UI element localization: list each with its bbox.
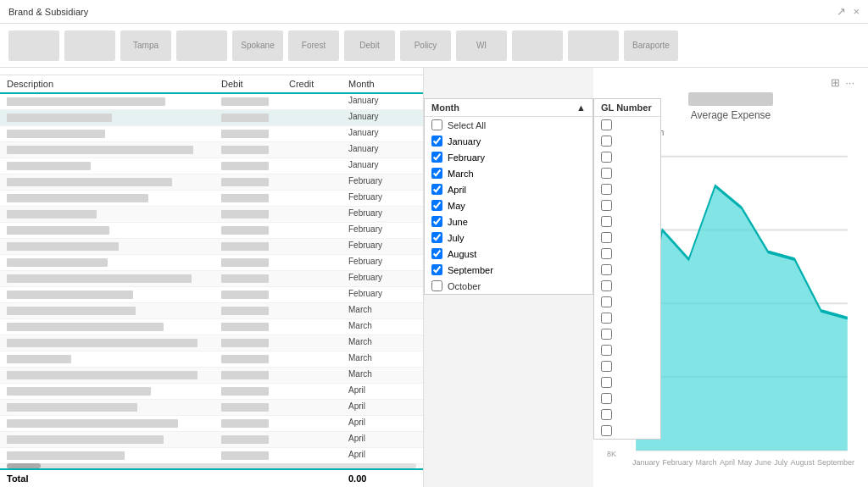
cell-description <box>7 176 221 188</box>
gl-item-18[interactable] <box>594 407 660 423</box>
x-axis: JanuaryFebruaryMarchAprilMayJuneJulyAugu… <box>632 458 854 479</box>
month-filter-item-january[interactable]: January <box>425 133 593 149</box>
gl-checkbox-10[interactable] <box>601 280 612 291</box>
filter-chip-9[interactable] <box>512 30 563 61</box>
gl-item-11[interactable] <box>594 294 660 310</box>
month-label-1: January <box>448 136 481 147</box>
gl-checkbox-4[interactable] <box>601 184 612 195</box>
month-filter-item-october[interactable]: October <box>425 278 593 294</box>
gl-checkbox-1[interactable] <box>601 136 612 147</box>
gl-checkbox-0[interactable] <box>601 119 612 130</box>
gl-item-10[interactable] <box>594 278 660 294</box>
gl-item-3[interactable] <box>594 165 660 181</box>
gl-checkbox-9[interactable] <box>601 264 612 275</box>
filter-chip-2[interactable]: Tampa <box>120 30 171 61</box>
x-label-january: January <box>632 458 659 467</box>
sort-icon[interactable]: ▲ <box>576 102 586 113</box>
gl-item-8[interactable] <box>594 246 660 262</box>
cell-description <box>7 321 221 333</box>
close-icon[interactable]: × <box>853 5 860 18</box>
gl-checkbox-3[interactable] <box>601 168 612 179</box>
filter-chip-5[interactable]: Forest <box>288 30 339 61</box>
gl-checkbox-14[interactable] <box>601 345 612 356</box>
gl-item-16[interactable] <box>594 374 660 390</box>
gl-item-13[interactable] <box>594 326 660 342</box>
month-checkbox-0[interactable] <box>431 119 442 130</box>
month-checkbox-9[interactable] <box>431 264 442 275</box>
month-checkbox-1[interactable] <box>431 136 442 147</box>
gl-checkbox-12[interactable] <box>601 313 612 324</box>
gl-checkbox-19[interactable] <box>601 425 612 436</box>
month-filter-item-february[interactable]: February <box>425 149 593 165</box>
table-row: March <box>0 351 423 368</box>
gl-checkbox-7[interactable] <box>601 232 612 243</box>
gl-item-7[interactable] <box>594 230 660 246</box>
cell-month: February <box>348 192 416 204</box>
expand-chart-icon[interactable]: ⊞ <box>831 76 840 89</box>
gl-checkbox-18[interactable] <box>601 409 612 420</box>
filter-chip-7[interactable]: Policy <box>400 30 451 61</box>
col-debit: Debit <box>221 79 289 89</box>
more-options-icon[interactable]: ··· <box>845 76 854 89</box>
gl-checkbox-11[interactable] <box>601 296 612 307</box>
filter-chip-4[interactable]: Spokane <box>232 30 283 61</box>
month-checkbox-5[interactable] <box>431 200 442 211</box>
gl-item-4[interactable] <box>594 181 660 197</box>
horizontal-scrollbar[interactable] <box>7 463 416 468</box>
cell-debit <box>221 112 289 124</box>
desc-redacted <box>7 97 165 106</box>
month-filter-item-june[interactable]: June <box>425 213 593 230</box>
filter-chip-3[interactable] <box>176 30 227 61</box>
filter-chip-11[interactable]: Baraporte <box>624 30 678 61</box>
gl-checkbox-15[interactable] <box>601 361 612 372</box>
month-checkbox-3[interactable] <box>431 168 442 179</box>
gl-checkbox-13[interactable] <box>601 329 612 340</box>
month-filter-item-may[interactable]: May <box>425 197 593 213</box>
gl-checkbox-8[interactable] <box>601 248 612 259</box>
filter-chip-10[interactable] <box>568 30 619 61</box>
gl-item-15[interactable] <box>594 358 660 374</box>
scrollbar-thumb[interactable] <box>7 463 41 468</box>
expand-icon[interactable]: ↗ <box>837 5 846 18</box>
gl-checkbox-17[interactable] <box>601 393 612 404</box>
cell-debit <box>221 401 289 413</box>
filter-chip-1[interactable] <box>64 30 115 61</box>
month-checkbox-6[interactable] <box>431 216 442 227</box>
gl-item-1[interactable] <box>594 133 660 149</box>
gl-item-6[interactable] <box>594 213 660 230</box>
gl-checkbox-16[interactable] <box>601 377 612 388</box>
gl-item-2[interactable] <box>594 149 660 165</box>
table-row: January <box>0 158 423 174</box>
cell-description <box>7 257 221 268</box>
gl-checkbox-6[interactable] <box>601 216 612 227</box>
month-filter-item-september[interactable]: September <box>425 262 593 278</box>
gl-checkbox-5[interactable] <box>601 200 612 211</box>
gl-item-14[interactable] <box>594 342 660 358</box>
month-checkbox-7[interactable] <box>431 232 442 243</box>
month-filter-item-august[interactable]: August <box>425 246 593 262</box>
month-checkbox-4[interactable] <box>431 184 442 195</box>
month-filter-item-july[interactable]: July <box>425 230 593 246</box>
gl-item-19[interactable] <box>594 423 660 439</box>
gl-item-0[interactable] <box>594 117 660 133</box>
month-checkbox-10[interactable] <box>431 280 442 291</box>
cell-description <box>7 337 221 349</box>
footer-debit <box>221 473 289 484</box>
gl-item-17[interactable] <box>594 390 660 407</box>
gl-item-9[interactable] <box>594 262 660 278</box>
gl-item-12[interactable] <box>594 310 660 326</box>
month-filter-item-april[interactable]: April <box>425 181 593 197</box>
month-filter-item-march[interactable]: March <box>425 165 593 181</box>
cell-debit <box>221 160 289 172</box>
filter-chip-6[interactable]: Debit <box>344 30 395 61</box>
gl-checkbox-2[interactable] <box>601 152 612 163</box>
cell-debit <box>221 385 289 397</box>
month-checkbox-2[interactable] <box>431 152 442 163</box>
cell-credit <box>289 224 348 236</box>
filter-chip-0[interactable] <box>8 30 59 61</box>
month-checkbox-8[interactable] <box>431 248 442 259</box>
filter-chip-8[interactable]: WI <box>456 30 507 61</box>
cell-description <box>7 96 221 108</box>
month-filter-item-select-all[interactable]: Select All <box>425 117 593 133</box>
gl-item-5[interactable] <box>594 197 660 213</box>
